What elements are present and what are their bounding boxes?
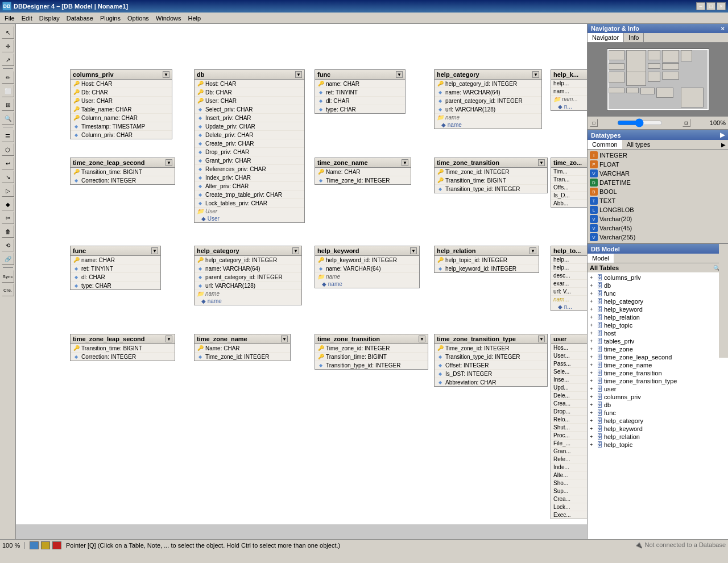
table-help-category-2[interactable]: help_category ▼ 🔑help_category_id: INTEG… (194, 246, 302, 305)
table-header-tz-trans[interactable]: time_zone_transition ▼ (435, 158, 547, 168)
tree-expand-icon[interactable]: + (590, 354, 595, 360)
close-button[interactable]: × (717, 2, 726, 10)
table-header-tz-leap-2[interactable]: time_zone_leap_second ▼ (71, 334, 175, 344)
tool-pencil[interactable]: ✏ (2, 71, 14, 84)
tree-item-host[interactable]: + 🗄 host (589, 329, 727, 337)
table-header-help-keyword[interactable]: help_keyword ▼ (315, 246, 419, 256)
tool-diamond[interactable]: ◆ (2, 198, 14, 210)
table-dropdown-help-relation[interactable]: ▼ (530, 247, 536, 254)
table-dropdown-tz-leap-2[interactable]: ▼ (166, 336, 172, 342)
tree-expand-icon[interactable]: + (590, 330, 595, 336)
datatypes-expand-icon[interactable]: ▶ (720, 131, 725, 139)
tree-item-tz-leap[interactable]: + 🗄 time_zone_leap_second (589, 353, 727, 361)
table-help-ka[interactable]: help_k... ▼ help... nam... 📁nam... ◆ n..… (551, 69, 587, 111)
table-time-zo[interactable]: time_zo... Tim... Tran... Offs... Is_D..… (551, 158, 587, 208)
nav-window-icon[interactable]: □ (590, 119, 598, 127)
tool-zoom[interactable]: 🔍 (2, 112, 14, 125)
tree-scrollbar[interactable] (719, 244, 728, 358)
tool-refresh[interactable]: ⟲ (2, 239, 14, 251)
tree-expand-icon[interactable]: + (590, 338, 595, 344)
dt-integer[interactable]: I INTEGER (589, 151, 727, 160)
table-tz-trans-2[interactable]: time_zone_transition ▼ 🔑Time_zone_id: IN… (315, 334, 428, 370)
tree-expand-icon[interactable]: + (590, 426, 595, 432)
tree-item-user[interactable]: + 🗄 user (589, 385, 727, 393)
tool-rect[interactable]: ⬜ (2, 85, 14, 97)
dt-datetime[interactable]: D DATETIME (589, 178, 727, 187)
tree-item-help-topic-2[interactable]: + 🗄 help_topic (589, 441, 727, 449)
tree-expand-icon[interactable]: + (590, 402, 595, 408)
table-user-partial[interactable]: user Hos... User... Pass... Sele... Inse… (551, 334, 587, 519)
tree-item-help-topic[interactable]: + 🗄 help_topic (589, 321, 727, 329)
tool-arrow[interactable]: ↗ (2, 53, 14, 66)
table-columns-priv[interactable]: columns_priv ▼ 🔑Host: CHAR 🔑Db: CHAR 🔑Us… (70, 69, 172, 139)
table-func[interactable]: func ▼ 🔑name: CHAR ◆ret: TINYINT ◆dl: CH… (315, 69, 406, 114)
zoom-slider[interactable] (617, 118, 663, 127)
table-dropdown-columns-priv[interactable]: ▼ (163, 71, 169, 78)
model-tree[interactable]: + 🗄 columns_priv + 🗄 db + 🗄 func + 🗄 (588, 272, 728, 539)
table-dropdown-tz-name[interactable]: ▼ (402, 159, 408, 166)
tree-expand-icon[interactable]: + (590, 275, 595, 280)
nav-fullscreen-icon[interactable]: ⊡ (682, 119, 690, 127)
tab-navigator[interactable]: Navigator (588, 33, 624, 42)
table-tz-leap-2[interactable]: time_zone_leap_second ▼ 🔑Transition_time… (70, 334, 175, 361)
tree-expand-icon[interactable]: + (590, 370, 595, 376)
tool-grid[interactable]: ⊞ (2, 98, 14, 111)
tree-expand-icon[interactable]: + (590, 410, 595, 416)
tree-expand-icon[interactable]: + (590, 346, 595, 352)
tree-expand-icon[interactable]: + (590, 307, 595, 312)
table-header-time-zo[interactable]: time_zo... (551, 158, 587, 168)
canvas-area[interactable]: columns_priv ▼ 🔑Host: CHAR 🔑Db: CHAR 🔑Us… (16, 24, 587, 539)
tree-expand-icon[interactable]: + (590, 322, 595, 328)
datatypes-arrow-icon[interactable]: ▶ (719, 140, 728, 149)
tree-item-columns-priv-2[interactable]: + 🗄 columns_priv (589, 393, 727, 401)
tab-all-types[interactable]: All types (622, 140, 655, 149)
tree-expand-icon[interactable]: + (590, 299, 595, 304)
table-header-tz-name[interactable]: time_zone_name ▼ (315, 158, 411, 168)
table-help-category[interactable]: help_category ▼ 🔑help_category_id: INTEG… (434, 69, 542, 129)
table-header-help-to[interactable]: help_to... (551, 246, 587, 256)
tree-item-help-keyword-2[interactable]: + 🗄 help_keyword (589, 425, 727, 433)
table-header-tz-trans-2[interactable]: time_zone_transition ▼ (315, 334, 428, 344)
table-header-db[interactable]: db ▼ (195, 70, 304, 80)
menu-display[interactable]: Display (36, 14, 63, 23)
menu-edit[interactable]: Edit (18, 14, 36, 23)
table-tz-trans-type[interactable]: time_zone_transition_type ▼ 🔑Time_zone_i… (434, 334, 548, 387)
table-header-help-category-2[interactable]: help_category ▼ (195, 246, 301, 256)
dt-longblob[interactable]: L LONGBLOB (589, 205, 727, 214)
table-header-func[interactable]: func ▼ (315, 70, 405, 80)
menu-file[interactable]: File (1, 14, 18, 23)
table-dropdown-help-keyword[interactable]: ▼ (410, 247, 417, 254)
dt-text[interactable]: T TEXT (589, 196, 727, 205)
table-header-tz-trans-type[interactable]: time_zone_transition_type ▼ (435, 334, 547, 344)
tree-item-tables-priv[interactable]: + 🗄 tables_priv (589, 337, 727, 345)
tool-play[interactable]: ▷ (2, 184, 14, 197)
table-dropdown-help-category-2[interactable]: ▼ (292, 247, 299, 254)
tree-item-tz-name[interactable]: + 🗄 time_zone_name (589, 361, 727, 369)
dt-float[interactable]: F FLOAT (589, 160, 727, 169)
tree-expand-icon[interactable]: + (590, 386, 595, 392)
tree-item-db-2[interactable]: + 🗄 db (589, 401, 727, 409)
table-header-tz-name-2[interactable]: time_zone_name ▼ (195, 334, 290, 344)
dt-varchar255[interactable]: V Varchar(255) (589, 233, 727, 242)
table-dropdown-func-2[interactable]: ▼ (151, 247, 158, 254)
table-help-relation[interactable]: help_relation ▼ 🔑help_topic_id: INTEGER … (434, 246, 539, 273)
table-dropdown-tz-trans-type[interactable]: ▼ (538, 336, 545, 342)
tree-item-tz-trans[interactable]: + 🗄 time_zone_transition (589, 369, 727, 377)
tool-redo[interactable]: ↘ (2, 171, 14, 183)
tab-model[interactable]: Model (588, 254, 614, 263)
tree-item-help-relation[interactable]: + 🗄 help_relation (589, 313, 727, 321)
navigator-mini[interactable] (607, 48, 709, 111)
tree-expand-icon[interactable]: + (590, 362, 595, 368)
dt-varchar[interactable]: V VARCHAR (589, 169, 727, 178)
tree-item-tz-trans-type[interactable]: + 🗄 time_zone_transition_type (589, 377, 727, 385)
tool-sync[interactable]: Sync (2, 270, 14, 283)
table-dropdown-db[interactable]: ▼ (295, 71, 302, 78)
tree-expand-icon[interactable]: + (590, 442, 595, 448)
tree-item-help-keyword[interactable]: + 🗄 help_keyword (589, 305, 727, 313)
dt-varchar45[interactable]: V Varchar(45) (589, 223, 727, 233)
table-header-help-ka[interactable]: help_k... ▼ (551, 70, 587, 80)
dt-varchar20[interactable]: V Varchar(20) (589, 214, 727, 223)
tree-expand-icon[interactable]: + (590, 418, 595, 424)
table-header-tz-leap[interactable]: time_zone_leap_second ▼ (71, 158, 175, 168)
maximize-button[interactable]: □ (706, 2, 715, 10)
